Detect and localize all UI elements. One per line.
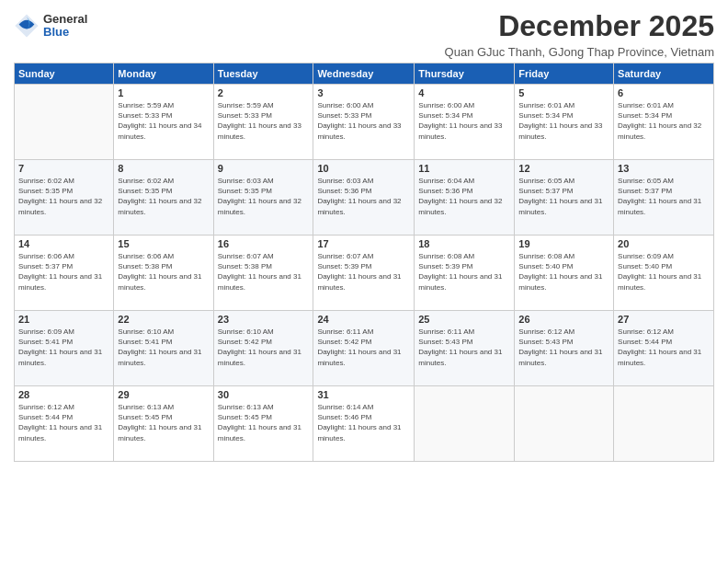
day-number: 1	[118, 87, 209, 98]
day-number: 5	[518, 87, 609, 98]
calendar-week-row: 1Sunrise: 5:59 AMSunset: 5:33 PMDaylight…	[15, 85, 714, 160]
day-info: Sunrise: 6:10 AMSunset: 5:41 PMDaylight:…	[118, 327, 209, 368]
header-thursday: Thursday	[415, 63, 515, 85]
calendar-header-row: Sunday Monday Tuesday Wednesday Thursday…	[15, 63, 714, 85]
table-row: 20Sunrise: 6:09 AMSunset: 5:40 PMDayligh…	[614, 236, 714, 311]
day-number: 10	[317, 163, 410, 174]
logo-text: General Blue	[43, 13, 87, 40]
day-number: 14	[18, 238, 109, 249]
day-info: Sunrise: 6:14 AMSunset: 5:46 PMDaylight:…	[317, 402, 410, 443]
page: General Blue December 2025 Quan GJuc Tha…	[0, 0, 728, 563]
logo-blue-label: Blue	[43, 26, 87, 39]
table-row: 24Sunrise: 6:11 AMSunset: 5:42 PMDayligh…	[313, 311, 415, 386]
day-info: Sunrise: 6:05 AMSunset: 5:37 PMDaylight:…	[518, 176, 609, 217]
day-info: Sunrise: 6:07 AMSunset: 5:38 PMDaylight:…	[218, 251, 310, 293]
day-number: 27	[618, 314, 710, 325]
day-number: 30	[218, 389, 310, 400]
day-info: Sunrise: 6:00 AMSunset: 5:33 PMDaylight:…	[317, 100, 410, 142]
calendar-table: Sunday Monday Tuesday Wednesday Thursday…	[14, 63, 714, 462]
table-row: 22Sunrise: 6:10 AMSunset: 5:41 PMDayligh…	[114, 311, 213, 386]
day-info: Sunrise: 6:12 AMSunset: 5:43 PMDaylight:…	[518, 327, 609, 368]
table-row: 16Sunrise: 6:07 AMSunset: 5:38 PMDayligh…	[213, 236, 313, 311]
table-row: 27Sunrise: 6:12 AMSunset: 5:44 PMDayligh…	[614, 311, 714, 386]
day-info: Sunrise: 6:08 AMSunset: 5:39 PMDaylight:…	[418, 251, 510, 293]
table-row: 13Sunrise: 6:05 AMSunset: 5:37 PMDayligh…	[614, 160, 714, 236]
table-row: 26Sunrise: 6:12 AMSunset: 5:43 PMDayligh…	[515, 311, 614, 386]
day-info: Sunrise: 6:07 AMSunset: 5:39 PMDaylight:…	[317, 251, 410, 293]
table-row: 7Sunrise: 6:02 AMSunset: 5:35 PMDaylight…	[15, 160, 114, 236]
day-info: Sunrise: 5:59 AMSunset: 5:33 PMDaylight:…	[218, 100, 310, 142]
day-info: Sunrise: 6:12 AMSunset: 5:44 PMDaylight:…	[18, 402, 109, 443]
table-row: 11Sunrise: 6:04 AMSunset: 5:36 PMDayligh…	[415, 160, 515, 236]
table-row: 31Sunrise: 6:14 AMSunset: 5:46 PMDayligh…	[313, 386, 415, 462]
day-number: 19	[518, 238, 609, 249]
day-number: 16	[218, 238, 310, 249]
table-row: 19Sunrise: 6:08 AMSunset: 5:40 PMDayligh…	[515, 236, 614, 311]
day-number: 7	[18, 163, 109, 174]
header-friday: Friday	[515, 63, 614, 85]
table-row: 21Sunrise: 6:09 AMSunset: 5:41 PMDayligh…	[15, 311, 114, 386]
header-monday: Monday	[114, 63, 213, 85]
logo: General Blue	[14, 13, 87, 40]
table-row: 29Sunrise: 6:13 AMSunset: 5:45 PMDayligh…	[114, 386, 213, 462]
table-row: 4Sunrise: 6:00 AMSunset: 5:34 PMDaylight…	[415, 85, 515, 160]
day-number: 17	[317, 238, 410, 249]
table-row: 10Sunrise: 6:03 AMSunset: 5:36 PMDayligh…	[313, 160, 415, 236]
header-wednesday: Wednesday	[313, 63, 415, 85]
table-row	[415, 386, 515, 462]
day-info: Sunrise: 6:06 AMSunset: 5:38 PMDaylight:…	[118, 251, 209, 293]
table-row: 23Sunrise: 6:10 AMSunset: 5:42 PMDayligh…	[213, 311, 313, 386]
day-number: 29	[118, 389, 209, 400]
day-number: 13	[618, 163, 710, 174]
day-number: 28	[18, 389, 109, 400]
table-row: 30Sunrise: 6:13 AMSunset: 5:45 PMDayligh…	[213, 386, 313, 462]
day-info: Sunrise: 6:06 AMSunset: 5:37 PMDaylight:…	[18, 251, 109, 293]
table-row: 12Sunrise: 6:05 AMSunset: 5:37 PMDayligh…	[515, 160, 614, 236]
day-number: 18	[418, 238, 510, 249]
day-info: Sunrise: 5:59 AMSunset: 5:33 PMDaylight:…	[118, 100, 209, 142]
day-info: Sunrise: 6:09 AMSunset: 5:41 PMDaylight:…	[18, 327, 109, 368]
table-row: 1Sunrise: 5:59 AMSunset: 5:33 PMDaylight…	[114, 85, 213, 160]
day-number: 26	[518, 314, 609, 325]
table-row: 2Sunrise: 5:59 AMSunset: 5:33 PMDaylight…	[213, 85, 313, 160]
table-row	[614, 386, 714, 462]
header-sunday: Sunday	[15, 63, 114, 85]
day-info: Sunrise: 6:01 AMSunset: 5:34 PMDaylight:…	[518, 100, 609, 142]
day-info: Sunrise: 6:02 AMSunset: 5:35 PMDaylight:…	[118, 176, 209, 217]
day-number: 4	[418, 87, 510, 98]
day-info: Sunrise: 6:13 AMSunset: 5:45 PMDaylight:…	[218, 402, 310, 443]
day-number: 8	[118, 163, 209, 174]
logo-icon	[14, 13, 40, 39]
day-number: 3	[317, 87, 410, 98]
day-number: 24	[317, 314, 410, 325]
day-number: 15	[118, 238, 209, 249]
calendar-week-row: 14Sunrise: 6:06 AMSunset: 5:37 PMDayligh…	[15, 236, 714, 311]
title-section: December 2025 Quan GJuc Thanh, GJong Tha…	[445, 9, 714, 59]
day-info: Sunrise: 6:05 AMSunset: 5:37 PMDaylight:…	[618, 176, 710, 217]
table-row	[15, 85, 114, 160]
day-info: Sunrise: 6:13 AMSunset: 5:45 PMDaylight:…	[118, 402, 209, 443]
table-row: 5Sunrise: 6:01 AMSunset: 5:34 PMDaylight…	[515, 85, 614, 160]
table-row: 8Sunrise: 6:02 AMSunset: 5:35 PMDaylight…	[114, 160, 213, 236]
table-row: 14Sunrise: 6:06 AMSunset: 5:37 PMDayligh…	[15, 236, 114, 311]
day-number: 22	[118, 314, 209, 325]
day-info: Sunrise: 6:08 AMSunset: 5:40 PMDaylight:…	[518, 251, 609, 293]
day-info: Sunrise: 6:03 AMSunset: 5:36 PMDaylight:…	[317, 176, 410, 217]
table-row: 3Sunrise: 6:00 AMSunset: 5:33 PMDaylight…	[313, 85, 415, 160]
table-row: 17Sunrise: 6:07 AMSunset: 5:39 PMDayligh…	[313, 236, 415, 311]
day-number: 20	[618, 238, 710, 249]
day-info: Sunrise: 6:10 AMSunset: 5:42 PMDaylight:…	[218, 327, 310, 368]
table-row: 18Sunrise: 6:08 AMSunset: 5:39 PMDayligh…	[415, 236, 515, 311]
month-title: December 2025	[445, 9, 714, 43]
day-number: 23	[218, 314, 310, 325]
day-info: Sunrise: 6:09 AMSunset: 5:40 PMDaylight:…	[618, 251, 710, 293]
day-number: 6	[618, 87, 710, 98]
day-number: 11	[418, 163, 510, 174]
day-info: Sunrise: 6:03 AMSunset: 5:35 PMDaylight:…	[218, 176, 310, 217]
calendar-week-row: 21Sunrise: 6:09 AMSunset: 5:41 PMDayligh…	[15, 311, 714, 386]
table-row: 6Sunrise: 6:01 AMSunset: 5:34 PMDaylight…	[614, 85, 714, 160]
day-info: Sunrise: 6:04 AMSunset: 5:36 PMDaylight:…	[418, 176, 510, 217]
table-row: 15Sunrise: 6:06 AMSunset: 5:38 PMDayligh…	[114, 236, 213, 311]
header-tuesday: Tuesday	[213, 63, 313, 85]
day-number: 31	[317, 389, 410, 400]
